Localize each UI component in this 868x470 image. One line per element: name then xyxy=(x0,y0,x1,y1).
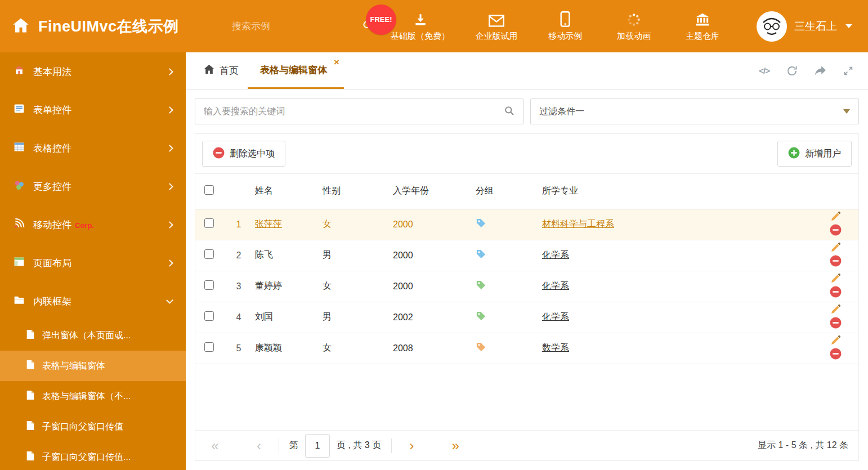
mobile-icon xyxy=(560,11,570,27)
delete-selected-button[interactable]: 删除选中项 xyxy=(202,141,285,167)
free-badge: FREE! xyxy=(366,5,396,35)
edit-icon[interactable] xyxy=(830,241,842,255)
search-icon[interactable] xyxy=(504,105,514,118)
sidebar-subitem-grid-edit-window-alt[interactable]: 表格与编辑窗体（不... xyxy=(0,381,186,411)
row-checkbox[interactable] xyxy=(204,249,214,259)
file-icon xyxy=(26,390,35,402)
delete-icon[interactable] xyxy=(830,348,842,362)
keyword-search-input[interactable] xyxy=(204,106,504,117)
home-icon xyxy=(12,17,29,35)
table-header-row: 姓名 性别 入学年份 分组 所学专业 xyxy=(195,174,858,209)
grid-panel: 删除选中项 新增用户 姓名 xyxy=(195,133,859,461)
col-header-name[interactable]: 姓名 xyxy=(255,174,323,209)
sidebar-subitem-child-to-parent[interactable]: 子窗口向父窗口传值 xyxy=(0,411,186,442)
student-name: 刘国 xyxy=(255,312,273,321)
minus-circle-icon xyxy=(213,147,225,161)
source-code-icon[interactable] xyxy=(759,66,769,75)
bank-icon xyxy=(695,11,710,27)
col-header-major[interactable]: 所学专业 xyxy=(542,174,793,209)
last-page-icon[interactable] xyxy=(446,439,465,453)
divider xyxy=(279,438,279,453)
student-name-link[interactable]: 张萍萍 xyxy=(255,219,282,229)
sidebar-item-page-layout[interactable]: 页面布局 xyxy=(0,244,186,282)
brand[interactable]: FineUIMvc在线示例 xyxy=(12,16,232,37)
layout-icon xyxy=(14,256,25,270)
sidebar-subitem-grid-edit-window[interactable]: 表格与编辑窗体 xyxy=(0,351,186,381)
user-menu[interactable]: 三生石上 xyxy=(757,11,856,42)
tag-icon xyxy=(476,218,486,231)
edit-icon[interactable] xyxy=(830,211,842,224)
row-checkbox[interactable] xyxy=(204,311,214,321)
delete-icon[interactable] xyxy=(830,286,842,300)
nav-mobile-demo[interactable]: 移动示例 xyxy=(543,11,587,42)
sidebar-item-form-controls[interactable]: 表单控件 xyxy=(0,91,186,129)
tag-icon xyxy=(476,249,486,262)
table-row: 1 张萍萍 女 2000 材料科学与工程系 xyxy=(195,209,858,240)
sidebar-subitem-popup-window[interactable]: 弹出窗体（本页面或... xyxy=(0,320,186,351)
add-user-button[interactable]: 新增用户 xyxy=(777,141,852,167)
app-title: FineUIMvc在线示例 xyxy=(38,16,179,37)
student-name: 康颖颖 xyxy=(255,343,282,352)
sidebar-subitem-child-to-parent-alt[interactable]: 子窗口向父窗口传值... xyxy=(0,442,186,470)
caret-down-icon xyxy=(843,109,850,114)
sidebar-item-mobile-controls[interactable]: 移动控件Corp. xyxy=(0,205,186,244)
page-number-input[interactable] xyxy=(305,434,330,458)
delete-icon[interactable] xyxy=(830,224,842,238)
row-checkbox[interactable] xyxy=(204,218,214,228)
tab-home[interactable]: 首页 xyxy=(195,52,248,89)
refresh-icon[interactable] xyxy=(786,65,798,77)
row-checkbox[interactable] xyxy=(204,342,214,352)
col-header-year[interactable]: 入学年份 xyxy=(393,174,476,209)
delete-icon[interactable] xyxy=(830,255,842,269)
major-link[interactable]: 数学系 xyxy=(542,343,569,352)
chevron-right-icon xyxy=(166,145,173,152)
keyword-search xyxy=(195,99,524,124)
corp-badge: Corp. xyxy=(75,221,94,230)
sidebar-item-more-controls[interactable]: 更多控件 xyxy=(0,167,186,205)
chevron-right-icon xyxy=(166,259,173,267)
major-link[interactable]: 化学系 xyxy=(542,281,569,290)
edit-icon[interactable] xyxy=(830,272,842,286)
delete-icon[interactable] xyxy=(830,317,842,331)
major-link[interactable]: 材料科学与工程系 xyxy=(542,219,614,229)
col-header-gender[interactable]: 性别 xyxy=(323,174,393,209)
tab-grid-edit-window[interactable]: 表格与编辑窗体 xyxy=(248,52,344,89)
first-page-icon[interactable] xyxy=(205,439,225,453)
filter-dropdown[interactable]: 过滤条件一 xyxy=(530,99,859,124)
sidebar-item-grid-controls[interactable]: 表格控件 xyxy=(0,129,186,167)
nav-theme-store[interactable]: 主题仓库 xyxy=(681,11,724,42)
circles-icon xyxy=(14,180,25,194)
tag-icon xyxy=(476,280,486,293)
edit-icon[interactable] xyxy=(830,334,842,348)
signal-icon xyxy=(14,218,25,232)
tag-icon xyxy=(476,311,486,324)
edit-icon[interactable] xyxy=(830,303,842,317)
major-link[interactable]: 化学系 xyxy=(542,250,569,259)
header-search-input[interactable] xyxy=(232,21,356,32)
chevron-right-icon xyxy=(166,68,173,75)
close-icon[interactable] xyxy=(334,57,339,67)
major-link[interactable]: 化学系 xyxy=(542,312,569,321)
table-row: 5 康颖颖 女 2008 数学系 xyxy=(195,333,858,364)
expand-icon[interactable] xyxy=(843,66,853,76)
nav-basic-free[interactable]: FREE! 基础版（免费） xyxy=(391,11,450,42)
sidebar-item-inline-frame[interactable]: 内联框架 xyxy=(0,282,186,320)
chevron-right-icon xyxy=(166,221,173,229)
sidebar-item-basic-usage[interactable]: 基本用法 xyxy=(0,52,186,91)
tag-icon xyxy=(476,342,486,355)
file-icon xyxy=(26,451,35,463)
nav-enterprise-trial[interactable]: 企业版试用 xyxy=(475,11,518,42)
divider xyxy=(391,438,392,453)
spinner-icon xyxy=(627,11,641,27)
col-header-group[interactable]: 分组 xyxy=(476,174,542,209)
form-icon xyxy=(14,103,25,117)
row-checkbox[interactable] xyxy=(204,280,214,290)
select-all-checkbox[interactable] xyxy=(204,185,214,195)
prev-page-icon[interactable] xyxy=(249,439,269,453)
student-name: 陈飞 xyxy=(255,250,273,259)
next-page-icon[interactable] xyxy=(402,439,421,453)
nav-loading-animations[interactable]: 加载动画 xyxy=(612,11,656,42)
folder-icon xyxy=(14,294,25,308)
share-icon[interactable] xyxy=(815,65,826,76)
table-row: 4 刘国 男 2002 化学系 xyxy=(195,302,858,333)
